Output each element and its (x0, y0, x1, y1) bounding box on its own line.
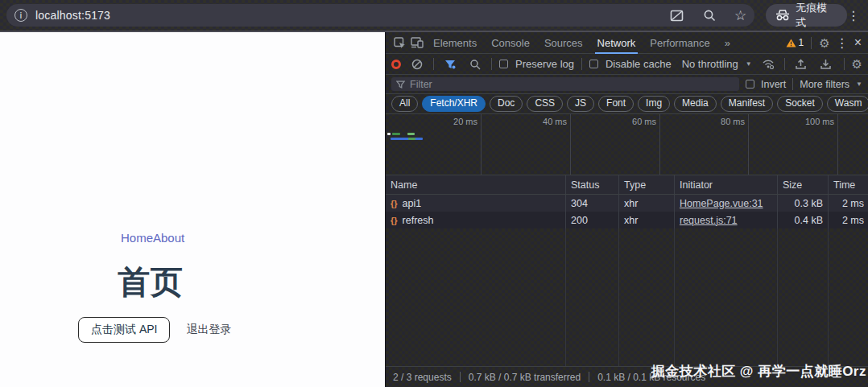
search-icon[interactable] (702, 8, 717, 23)
more-filters-label[interactable]: More filters (800, 79, 849, 90)
tick-label: 80 ms (696, 117, 745, 126)
request-status: 200 (565, 212, 618, 228)
divider (491, 58, 492, 70)
disable-cache-label[interactable]: Disable cache (606, 58, 672, 70)
devtools-panel: Elements Console Sources Network Perform… (385, 32, 868, 387)
tab-network[interactable]: Network (590, 32, 643, 54)
filter-input[interactable]: Filter (391, 77, 739, 91)
initiator-link[interactable]: HomePage.vue:31 (680, 198, 763, 209)
chevron-down-icon[interactable]: ▼ (856, 80, 862, 88)
network-settings-icon[interactable]: ⚙ (852, 58, 862, 70)
page-nav: HomeAbout (121, 231, 184, 245)
record-network-log-icon[interactable] (391, 60, 401, 69)
cast-icon[interactable] (670, 8, 684, 23)
devtools-settings-icon[interactable]: ⚙ (819, 37, 829, 49)
disable-cache-checkbox[interactable] (589, 60, 598, 68)
chip-fetch-xhr[interactable]: Fetch/XHR (422, 96, 486, 113)
nav-link-home[interactable]: Home (121, 231, 153, 245)
request-row-refresh[interactable]: {}refresh 200 xhr request.js:71 0.4 kB 2… (386, 212, 868, 228)
chip-css[interactable]: CSS (527, 96, 563, 113)
page-title: 首页 (118, 260, 184, 304)
request-status: 304 (565, 195, 618, 212)
col-time[interactable]: Time (828, 175, 868, 194)
bookmark-star-icon[interactable]: ☆ (734, 9, 746, 23)
tick-label: 40 ms (519, 117, 567, 126)
request-size: 0.4 kB (777, 212, 828, 228)
request-time: 2 ms (828, 212, 868, 228)
web-page: HomeAbout 首页 点击测试 API 退出登录 (0, 32, 385, 387)
site-info-icon[interactable]: i (14, 9, 27, 22)
browser-window: i localhost:5173 ☆ 无痕模式 ⋮ HomeAbou (0, 0, 868, 387)
clear-network-log-icon[interactable] (408, 56, 426, 73)
incognito-badge: 无痕模式 (766, 4, 847, 27)
request-row-api1[interactable]: {}api1 304 xhr HomePage.vue:31 0.3 kB 2 … (386, 195, 868, 212)
chip-font[interactable]: Font (598, 96, 634, 113)
table-empty-area (386, 228, 868, 366)
chip-img[interactable]: Img (638, 96, 670, 113)
chip-media[interactable]: Media (674, 96, 717, 113)
col-name[interactable]: Name (386, 175, 565, 194)
chip-js[interactable]: JS (567, 96, 594, 113)
request-type-chips: All Fetch/XHR Doc CSS JS Font Img Media … (386, 94, 868, 114)
tab-sources[interactable]: Sources (537, 32, 590, 54)
col-size[interactable]: Size (777, 175, 828, 194)
invert-checkbox[interactable] (746, 80, 754, 89)
requests-table: Name Status Type Initiator Size Time {}a… (386, 175, 868, 366)
tab-elements[interactable]: Elements (426, 32, 484, 54)
col-initiator[interactable]: Initiator (674, 175, 777, 194)
divider (811, 37, 812, 49)
nav-link-about[interactable]: About (153, 231, 184, 245)
table-header: Name Status Type Initiator Size Time (386, 175, 868, 195)
more-tabs-icon[interactable]: » (717, 32, 738, 54)
xhr-icon: {} (391, 199, 398, 208)
tick-label: 100 ms (786, 117, 834, 126)
inspect-element-icon[interactable] (391, 34, 408, 51)
tick-label: 20 ms (429, 117, 477, 126)
waterfall-bar (407, 133, 415, 135)
network-filter-row: Filter Invert More filters ▼ (386, 75, 868, 94)
chip-manifest[interactable]: Manifest (721, 96, 773, 113)
logout-button[interactable]: 退出登录 (180, 318, 238, 342)
throttling-select[interactable]: No throttling (682, 58, 738, 70)
url-text[interactable]: localhost:5173 (35, 9, 110, 22)
preserve-log-checkbox[interactable] (499, 60, 508, 68)
browser-menu-icon[interactable]: ⋮ (847, 8, 860, 23)
test-api-button[interactable]: 点击测试 API (78, 317, 170, 343)
devtools-close-icon[interactable]: × (854, 35, 862, 50)
divider (460, 372, 461, 382)
waterfall-bar (408, 138, 415, 140)
waterfall-bar (391, 138, 423, 140)
chevron-down-icon[interactable]: ▼ (746, 60, 752, 68)
watermark-text: 掘金技术社区 @ 再学一点就睡Orz (651, 362, 866, 381)
chip-wasm[interactable]: Wasm (827, 96, 868, 113)
gridline (748, 114, 749, 175)
divider (581, 58, 582, 70)
tab-performance[interactable]: Performance (643, 32, 717, 54)
col-type[interactable]: Type (618, 175, 674, 194)
initiator-link[interactable]: request.js:71 (680, 215, 738, 226)
chip-socket[interactable]: Socket (777, 96, 823, 113)
tab-console[interactable]: Console (484, 32, 537, 54)
device-toolbar-icon[interactable] (408, 34, 426, 51)
search-network-icon[interactable] (466, 56, 484, 73)
devtools-menu-icon[interactable]: ⋮ (837, 34, 847, 51)
import-har-icon[interactable] (792, 56, 810, 73)
xhr-icon: {} (391, 216, 398, 225)
divider (784, 58, 785, 70)
address-bar[interactable]: i localhost:5173 ☆ (6, 4, 754, 27)
network-overview[interactable]: 20 ms 40 ms 60 ms 80 ms 100 ms (386, 114, 868, 175)
preserve-log-label[interactable]: Preserve log (515, 58, 574, 70)
invert-label[interactable]: Invert (761, 79, 786, 90)
request-type: xhr (618, 195, 674, 212)
issues-badge[interactable]: 1 (786, 37, 804, 48)
issue-count: 1 (799, 37, 804, 48)
gridline (481, 114, 482, 175)
filter-icon[interactable] (441, 56, 459, 73)
tick-label: 60 ms (608, 117, 656, 126)
export-har-icon[interactable] (817, 56, 835, 73)
network-conditions-icon[interactable] (759, 56, 777, 73)
chip-all[interactable]: All (391, 96, 418, 113)
chip-doc[interactable]: Doc (490, 96, 523, 113)
browser-toolbar: i localhost:5173 ☆ 无痕模式 ⋮ (0, 0, 868, 32)
col-status[interactable]: Status (565, 175, 618, 194)
